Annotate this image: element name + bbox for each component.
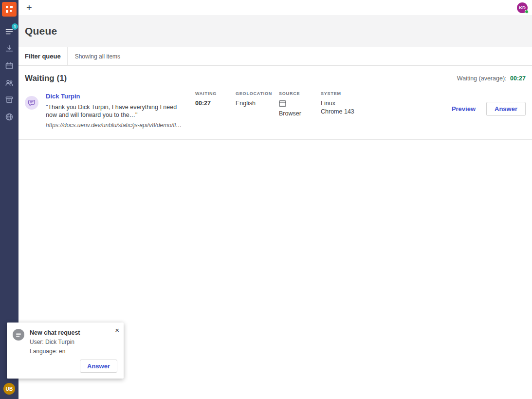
waiting-column: WAITING 00:27 — [195, 91, 228, 107]
toast-answer-button[interactable]: Answer — [80, 360, 117, 373]
toast-body: New chat request User: Dick Turpin Langu… — [30, 329, 117, 373]
chat-request-icon — [13, 329, 24, 341]
waiting-time-value: 00:27 — [195, 100, 228, 107]
sidebar-item-inbox[interactable] — [1, 42, 18, 55]
new-conversation-tab-button[interactable]: + — [24, 3, 34, 13]
waiting-average-value: 00:27 — [510, 75, 526, 82]
system-column: SYSTEM Linux Chrome 143 — [321, 91, 384, 115]
queue-content: Waiting (1) Waiting (average): 00:27 Dic… — [18, 66, 532, 140]
waiting-column-label: WAITING — [195, 91, 228, 96]
source-column-label: SOURCE — [279, 91, 313, 96]
visitor-avatar — [25, 96, 38, 110]
waiting-section-title: Waiting (1) — [25, 74, 67, 83]
online-status-dot — [525, 10, 529, 14]
people-icon — [5, 78, 14, 87]
filter-status-text: Showing all items — [68, 47, 120, 65]
preview-button[interactable]: Preview — [452, 105, 476, 113]
calendar-icon — [5, 61, 14, 70]
sidebar-item-calendar[interactable] — [1, 59, 18, 72]
system-column-label: SYSTEM — [321, 91, 384, 96]
system-browser-value: Chrome 143 — [321, 108, 384, 115]
queue-item-actions: Preview Answer — [452, 102, 526, 116]
visitor-page-url: https://docs.uenv.dev/unblu/static/js-ap… — [46, 122, 187, 129]
toast-close-button[interactable]: × — [115, 326, 119, 334]
new-chat-request-toast: New chat request User: Dick Turpin Langu… — [7, 323, 124, 379]
page-title: Queue — [25, 25, 57, 37]
sidebar-item-team[interactable] — [1, 76, 18, 89]
waiting-average-label: Waiting (average): — [457, 75, 507, 82]
unblu-logo[interactable] — [0, 0, 18, 19]
toast-title: New chat request — [30, 329, 117, 336]
topbar: + KD — [18, 0, 532, 15]
inbox-arrow-icon — [5, 44, 14, 53]
geolocation-column-label: GEOLOCATION — [236, 91, 272, 96]
chat-bubble-icon — [28, 99, 36, 107]
queue-item-row[interactable]: Dick Turpin "Thank you Dick Turpin, I ha… — [18, 89, 532, 140]
sidebar-item-queue[interactable]: 1 — [1, 25, 18, 38]
geolocation-value: English — [236, 100, 272, 107]
visitor-name[interactable]: Dick Turpin — [46, 93, 187, 100]
filter-queue-tab[interactable]: Filter queue — [18, 47, 68, 65]
toast-user-line: User: Dick Turpin — [30, 339, 117, 345]
answer-button[interactable]: Answer — [486, 102, 526, 116]
browser-window-icon — [279, 100, 313, 109]
visitor-info: Dick Turpin "Thank you Dick Turpin, I ha… — [46, 91, 187, 129]
system-os-value: Linux — [321, 100, 384, 107]
unblu-logo-icon — [2, 2, 17, 17]
source-column: SOURCE Browser — [279, 91, 313, 117]
sidebar-item-archive[interactable] — [1, 94, 18, 106]
queue-badge: 1 — [12, 23, 18, 30]
page-header: Queue — [18, 15, 532, 47]
user-avatar[interactable]: KD — [517, 2, 528, 13]
user-avatar-initials: KD — [519, 5, 526, 10]
waiting-average: Waiting (average): 00:27 — [457, 75, 526, 82]
visitor-message: "Thank you Dick Turpin, I have everythin… — [46, 103, 187, 119]
toast-language-line: Language: en — [30, 348, 117, 355]
filter-bar: Filter queue Showing all items — [18, 47, 532, 66]
globe-icon — [5, 113, 14, 121]
source-value: Browser — [279, 110, 313, 117]
waiting-section-header: Waiting (1) Waiting (average): 00:27 — [18, 66, 532, 89]
geolocation-column: GEOLOCATION English — [236, 91, 272, 107]
archive-icon — [5, 95, 14, 104]
sidebar-item-language[interactable] — [1, 111, 18, 123]
sidebar-nav: 1 — [1, 25, 18, 123]
agent-avatar[interactable]: UB — [3, 383, 15, 395]
